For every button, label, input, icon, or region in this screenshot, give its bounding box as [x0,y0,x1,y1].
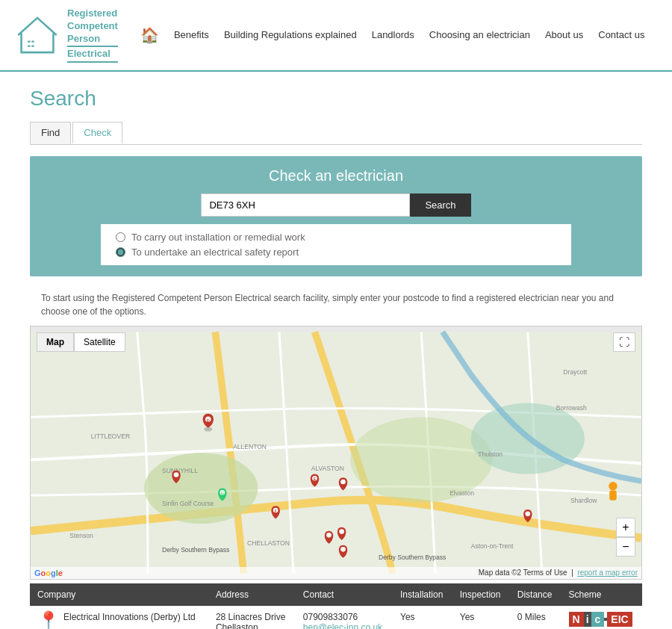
main-content: Search Find Check Check an electrician S… [0,72,672,629]
check-section: Check an electrician Search To carry out… [30,156,642,276]
company-name: Electrical Innovations (Derby) Ltd [63,612,196,622]
header: Registered Competent Person Electrical 🏠… [0,0,672,72]
svg-text:C: C [342,548,345,552]
map-type-controls: Map Satellite [37,332,125,352]
svg-text:Shardlow: Shardlow [570,496,597,503]
table-row: 📍 Electrical Innovations (Derby) Ltd 28 … [30,606,642,629]
inspection-cell: Yes [452,606,510,629]
col-distance: Distance [510,583,561,606]
map-marker-a: 📍 [37,612,60,629]
svg-text:D: D [207,418,210,423]
radio-installation: To carry out installation or remedial wo… [116,232,556,243]
svg-point-27 [340,479,346,484]
address-line-2: Chellaston [216,622,258,629]
svg-text:Derby Southern Bypass: Derby Southern Bypass [379,553,446,560]
col-address: Address [208,583,296,606]
svg-text:Derby Southern Bypass: Derby Southern Bypass [162,546,229,554]
nav-benefits[interactable]: Benefits [174,29,209,40]
logo-area: Registered Competent Person Electrical [15,7,118,63]
email-link[interactable]: ben@elec-inn.co.uk [303,622,382,629]
svg-rect-41 [609,490,617,500]
svg-text:B: B [328,534,331,538]
svg-text:Thulston: Thulston [478,450,503,457]
contact-cell: 07909833076 ben@elec-inn.co.uk [296,606,393,629]
svg-text:Elvaston: Elvaston [449,489,474,497]
radio-safety: To undertake an electrical safety report [116,247,556,258]
installation-cell: Yes [393,606,452,629]
main-nav: 🏠 Benefits Building Regulations explaine… [140,26,645,44]
map-zoom-controls: + − [616,518,635,557]
svg-text:T: T [526,512,529,516]
map-container: LITTLEOVER SUNNYHILL ALLENTON ALVASTON S… [30,326,642,580]
svg-text:E: E [314,477,316,481]
info-text: To start using the Registered Competent … [30,284,642,326]
niceic-logo: N i c EIC [569,612,632,627]
nav-contact[interactable]: Contact us [598,29,644,40]
zoom-in-button[interactable]: + [616,518,635,537]
postcode-input[interactable] [201,193,410,217]
tab-find[interactable]: Find [30,122,71,144]
scheme-cell: N i c EIC [561,606,642,629]
svg-text:Sinfin Golf Course: Sinfin Golf Course [162,500,214,507]
address-cell: 28 Linacres Drive Chellaston Derby Derby… [208,606,296,629]
company-with-marker: 📍 Electrical Innovations (Derby) Ltd [37,612,201,629]
nav-building-regs[interactable]: Building Regulations explained [224,29,357,40]
search-button[interactable]: Search [410,193,470,217]
search-row: Search [41,193,631,217]
svg-text:Borrowash: Borrowash [556,403,587,411]
col-scheme: Scheme [561,583,642,606]
radio-installation-label: To carry out installation or remedial wo… [131,232,305,243]
svg-point-24 [174,472,179,477]
svg-text:ALLENTON: ALLENTON [233,443,267,450]
check-heading: Check an electrician [41,167,631,185]
attribution-text: Map data ©2 Terms of Use | report a map … [479,568,638,577]
address-line-1: 28 Linacres Drive [216,612,285,622]
map-type-map[interactable]: Map [37,332,74,352]
zoom-out-button[interactable]: − [616,537,635,557]
report-map-link[interactable]: report a map error [577,568,638,577]
radio-options: To carry out installation or remedial wo… [101,224,571,265]
nav-landlords[interactable]: Landlords [372,29,414,40]
company-cell: 📍 Electrical Innovations (Derby) Ltd [30,606,208,629]
map-attribution: Google Map data ©2 Terms of Use | report… [31,567,641,579]
radio-installation-input[interactable] [116,232,125,242]
svg-text:A: A [340,530,343,534]
svg-text:Stenson: Stenson [69,532,93,539]
svg-text:ALVASTON: ALVASTON [311,464,344,471]
phone-number: 07909833076 [303,612,358,622]
svg-text:CHELLASTON: CHELLASTON [247,539,290,546]
logo-text: Registered Competent Person Electrical [67,7,118,63]
map-svg: LITTLEOVER SUNNYHILL ALLENTON ALVASTON S… [31,326,641,579]
radio-safety-input[interactable] [116,247,125,257]
tab-check[interactable]: Check [72,122,122,144]
col-company: Company [30,583,208,606]
svg-text:G: G [221,492,224,495]
table-header: Company Address Contact Installation Ins… [30,583,642,606]
home-icon[interactable]: 🏠 [140,26,159,44]
nav-choosing[interactable]: Choosing an electrician [429,29,530,40]
page-title: Search [30,87,642,111]
nav-about[interactable]: About us [545,29,583,40]
fullscreen-button[interactable]: ⛶ [613,332,635,352]
col-installation: Installation [393,583,452,606]
col-contact: Contact [296,583,393,606]
search-tabs: Find Check [30,122,642,145]
results-body: 📍 Electrical Innovations (Derby) Ltd 28 … [30,606,642,629]
svg-text:Aston-on-Trent: Aston-on-Trent [471,542,514,550]
google-logo: Google [34,568,63,577]
radio-safety-label: To undertake an electrical safety report [131,247,299,258]
logo-icon [15,13,60,58]
svg-point-3 [144,453,258,524]
results-table: Company Address Contact Installation Ins… [30,583,642,629]
map-type-satellite[interactable]: Satellite [74,332,125,352]
svg-point-40 [609,482,617,490]
distance-cell: 0 Miles [510,606,561,629]
col-inspection: Inspection [452,583,510,606]
svg-text:Draycott: Draycott [563,368,587,376]
svg-text:F: F [275,509,277,512]
svg-text:LITTLEOVER: LITTLEOVER [91,433,130,440]
